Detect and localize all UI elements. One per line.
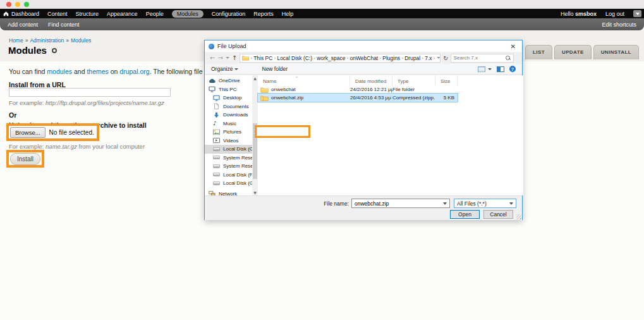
file-type-filter-select[interactable]: All Files (*.*): [454, 199, 516, 208]
forward-icon[interactable]: →: [217, 55, 222, 61]
menu-content[interactable]: Content: [47, 11, 68, 17]
file-row-onwebchat-folder[interactable]: onwebchat 24/2/2016 12:21 μμ File folder: [258, 85, 458, 94]
themes-link[interactable]: themes: [87, 68, 108, 75]
sidebar-item-this-pc[interactable]: This PC: [205, 85, 252, 94]
organize-menu[interactable]: Organize: [211, 66, 238, 72]
breadcrumb-separator: »: [66, 37, 69, 44]
chevron-down-icon: [443, 202, 447, 205]
drupal-org-link[interactable]: drupal.org: [119, 68, 149, 75]
path-work-space[interactable]: work_space: [317, 55, 345, 61]
column-header-date-modified[interactable]: Date modified: [350, 75, 392, 85]
sidebar-item-downloads[interactable]: Downloads: [205, 111, 252, 120]
menu-dashboard[interactable]: Dashboard: [11, 11, 39, 17]
annotation-box-zip-file: [255, 125, 310, 138]
mac-close-icon[interactable]: [6, 2, 11, 7]
cloud-icon: [209, 78, 216, 84]
add-content-link[interactable]: Add content: [8, 22, 38, 28]
sidebar-item-local-disk-f[interactable]: Local Disk (F:): [205, 171, 252, 180]
sidebar-item-system-reserved-2[interactable]: System Reserved: [205, 162, 252, 171]
chevron-down-icon: [509, 202, 513, 205]
drive-icon: [213, 163, 221, 169]
help-icon[interactable]: ?: [509, 66, 516, 72]
browse-button[interactable]: Browse...: [10, 127, 46, 138]
drive-icon: [213, 171, 221, 178]
breadcrumb-modules[interactable]: Modules: [71, 37, 91, 44]
sidebar-item-music[interactable]: ♪Music: [205, 120, 252, 128]
views-button[interactable]: [478, 66, 492, 72]
open-button[interactable]: Open: [450, 210, 480, 219]
mac-zoom-icon[interactable]: [24, 2, 29, 7]
file-name-input[interactable]: [352, 200, 443, 207]
sidebar-item-system-reserved-1[interactable]: System Reserved: [205, 154, 252, 163]
modules-link[interactable]: modules: [47, 68, 72, 75]
menu-appearance[interactable]: Appearance: [107, 11, 138, 17]
sidebar-item-documents[interactable]: Documents: [205, 102, 252, 111]
sidebar-item-local-disk-c[interactable]: Local Disk (C:): [205, 145, 252, 154]
file-name-combo[interactable]: [351, 199, 450, 208]
menu-structure[interactable]: Structure: [76, 11, 99, 17]
folder-icon: [260, 87, 269, 93]
path-plugins[interactable]: Plugins: [382, 55, 400, 61]
column-header-name[interactable]: Name: [258, 75, 350, 85]
breadcrumb: Home»Administration»Modules: [9, 37, 91, 44]
path-breadcrumb[interactable]: › This PC › Local Disk (C:) › work_space…: [240, 54, 440, 63]
path-drupal[interactable]: Drupal: [404, 55, 420, 61]
dialog-title-bar[interactable]: File Upload ✕: [205, 40, 522, 52]
column-header-type[interactable]: Type: [392, 75, 435, 85]
menu-modules-active[interactable]: Modules: [172, 10, 204, 18]
home-icon[interactable]: [0, 11, 11, 16]
menu-help[interactable]: Help: [282, 11, 294, 17]
menu-reports[interactable]: Reports: [253, 11, 274, 17]
search-input[interactable]: [454, 55, 504, 61]
file-row-onwebchat-zip[interactable]: onwebchat.zip 26/4/2016 4:53 μμ Compress…: [258, 94, 458, 102]
path-dropdown-icon[interactable]: [437, 57, 440, 59]
install-button[interactable]: Install: [10, 153, 40, 165]
path-this-pc[interactable]: This PC: [253, 55, 272, 61]
path-separator: ›: [401, 55, 403, 61]
menu-people[interactable]: People: [146, 11, 164, 17]
sidebar-item-onedrive[interactable]: OneDrive: [205, 77, 252, 85]
breadcrumb-administration[interactable]: Administration: [30, 37, 64, 44]
close-icon[interactable]: ✕: [508, 43, 518, 50]
search-box[interactable]: [451, 54, 514, 63]
install-url-input[interactable]: [9, 88, 171, 97]
toolbar-toggle-button[interactable]: [633, 10, 641, 17]
sidebar-item-desktop[interactable]: Desktop: [205, 94, 252, 102]
sidebar-item-pictures[interactable]: Pictures: [205, 128, 252, 137]
recent-locations-icon[interactable]: [226, 57, 229, 59]
mac-minimize-icon[interactable]: [15, 2, 20, 7]
scroll-up-icon[interactable]: ▲: [252, 75, 258, 81]
breadcrumb-home[interactable]: Home: [9, 37, 23, 44]
path-7x[interactable]: 7.x: [425, 55, 432, 61]
path-onwebchat[interactable]: onWebChat: [350, 55, 379, 61]
file-upload-dialog: File Upload ✕ ← → ↑ › This PC › Local Di…: [204, 40, 523, 220]
path-local-disk-c[interactable]: Local Disk (C:): [277, 55, 312, 61]
tab-list[interactable]: LIST: [525, 45, 552, 59]
path-separator: ›: [379, 55, 381, 61]
browser-app-icon: [209, 44, 214, 49]
sidebar-item-local-disk-g[interactable]: Local Disk (G:): [205, 179, 252, 188]
refresh-icon[interactable]: ↻: [443, 55, 448, 61]
logout-link[interactable]: Log out: [605, 11, 624, 17]
new-folder-button[interactable]: New folder: [262, 66, 288, 72]
menu-configuration[interactable]: Configuration: [212, 11, 246, 17]
scroll-down-icon[interactable]: ▼: [252, 190, 258, 195]
cancel-button[interactable]: Cancel: [483, 210, 513, 219]
contextual-gear-icon[interactable]: [52, 48, 57, 53]
resize-grip[interactable]: [516, 214, 521, 219]
edit-shortcuts-link[interactable]: Edit shortcuts: [602, 22, 636, 28]
tab-uninstall[interactable]: UNINSTALL: [593, 45, 639, 59]
desktop-icon: [213, 95, 221, 101]
breadcrumb-separator: »: [25, 37, 28, 44]
path-separator: ›: [434, 55, 435, 61]
up-icon[interactable]: ↑: [232, 55, 237, 61]
preview-pane-icon[interactable]: [497, 66, 504, 72]
sidebar-item-videos[interactable]: Videos: [205, 137, 252, 145]
tab-update[interactable]: UPDATE: [554, 45, 592, 59]
back-icon[interactable]: ←: [210, 55, 215, 61]
drive-icon: [213, 180, 221, 187]
places-sidebar: OneDrive This PC Desktop Documents Downl…: [205, 77, 252, 198]
find-content-link[interactable]: Find content: [48, 22, 80, 28]
column-header-size[interactable]: Size: [435, 75, 458, 85]
annotation-box-browse: Browse... No file selected.: [6, 123, 99, 141]
